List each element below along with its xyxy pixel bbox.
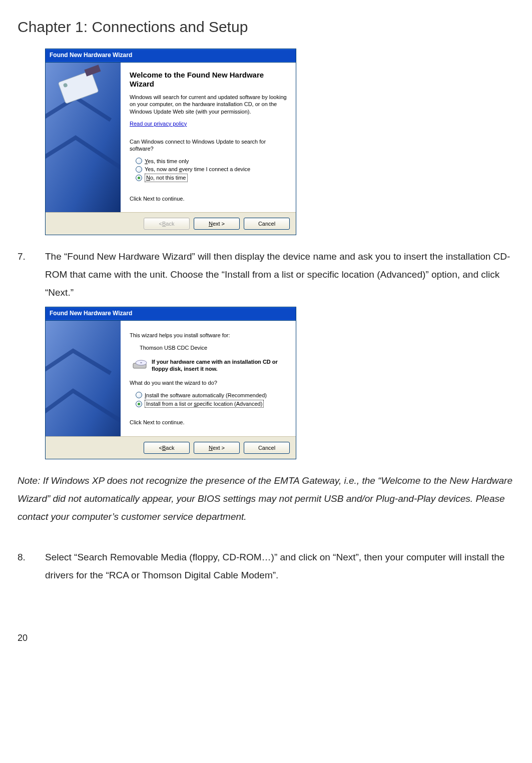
insert-cd-note: If your hardware came with an installati…: [133, 358, 287, 373]
window-title-bar[interactable]: Found New Hardware Wizard: [46, 49, 296, 63]
radio-icon: [136, 166, 142, 173]
radio-option-no[interactable]: No, not this time: [136, 174, 287, 182]
window-title-bar[interactable]: Found New Hardware Wizard: [46, 307, 296, 321]
wizard-button-row: < Back Next > Cancel: [46, 212, 296, 235]
radio-option-advanced[interactable]: Install from a list or specific location…: [136, 400, 287, 408]
radio-option-auto[interactable]: Install the software automatically (Reco…: [136, 392, 287, 399]
window-title-text: Found New Hardware Wizard: [50, 52, 132, 60]
wizard-window: Found New Hardware Wizard This wizard he…: [45, 307, 296, 459]
wizard-sidebar: [46, 321, 121, 436]
step-text: The “Found New Hardware Wizard” will the…: [45, 248, 514, 302]
radio-label: Install from a list or specific location…: [145, 400, 264, 408]
radio-icon: [136, 401, 142, 407]
wizard-button-row: < Back Next > Cancel: [46, 436, 296, 459]
wizard-sidebar-art: [46, 63, 121, 212]
step-8: 8. Select “Search Removable Media (flopp…: [18, 548, 514, 584]
page-number: 20: [18, 629, 514, 646]
radio-label: Yes, this time only: [145, 158, 189, 165]
chapter-title: Chapter 1: Connections and Setup: [18, 13, 514, 41]
radio-label: No, not this time: [145, 174, 188, 182]
step-7: 7. The “Found New Hardware Wizard” will …: [18, 248, 514, 302]
window-title-text: Found New Hardware Wizard: [50, 310, 132, 318]
radio-icon: [136, 158, 142, 164]
svg-point-7: [140, 362, 142, 363]
wizard-helps-text: This wizard helps you install software f…: [130, 332, 287, 339]
cd-drive-icon: [133, 358, 148, 371]
next-button[interactable]: Next >: [194, 218, 240, 230]
wizard-question: What do you want the wizard to do?: [130, 379, 287, 386]
wizard-intro-text: Windows will search for current and upda…: [130, 94, 287, 115]
insert-cd-text: If your hardware came with an installati…: [152, 358, 287, 373]
note-text: Note: If Windows XP does not recognize t…: [18, 472, 514, 526]
device-name: Thomson USB CDC Device: [140, 344, 287, 351]
wizard-sidebar-art: [46, 321, 121, 436]
step-text: Select “Search Removable Media (floppy, …: [45, 548, 514, 584]
cancel-button[interactable]: Cancel: [244, 218, 290, 230]
wizard-window: Found New Hardware Wizard: [45, 49, 296, 235]
wizard-screenshot-2: Found New Hardware Wizard This wizard he…: [45, 307, 514, 459]
step-number: 7.: [18, 248, 45, 302]
wizard-question: Can Windows connect to Windows Update to…: [130, 138, 287, 153]
privacy-policy-link[interactable]: Read our privacy policy: [130, 121, 187, 127]
wizard-sidebar: [46, 63, 121, 212]
radio-label: Install the software automatically (Reco…: [145, 392, 267, 399]
wizard-continue-text: Click Next to continue.: [130, 419, 287, 426]
back-button[interactable]: < Back: [144, 442, 190, 454]
next-button[interactable]: Next >: [194, 442, 240, 454]
back-button: < Back: [144, 218, 190, 230]
radio-option-yes-always[interactable]: Yes, now and every time I connect a devi…: [136, 166, 287, 173]
radio-icon: [136, 175, 142, 181]
radio-icon: [136, 392, 142, 398]
svg-rect-4: [46, 321, 121, 436]
radio-option-yes-once[interactable]: Yes, this time only: [136, 158, 287, 165]
wizard-continue-text: Click Next to continue.: [130, 195, 287, 202]
wizard-heading: Welcome to the Found New Hardware Wizard: [130, 71, 287, 89]
wizard-screenshot-1: Found New Hardware Wizard: [45, 49, 514, 235]
radio-label: Yes, now and every time I connect a devi…: [145, 166, 250, 173]
step-number: 8.: [18, 548, 45, 584]
cancel-button[interactable]: Cancel: [244, 442, 290, 454]
